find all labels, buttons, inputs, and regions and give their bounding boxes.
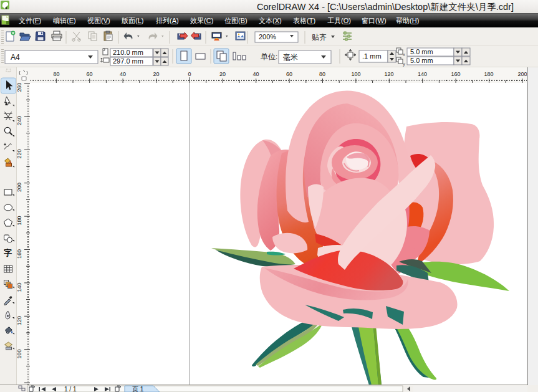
svg-text:200%: 200%	[259, 33, 276, 41]
svg-text:页 1: 页 1	[132, 386, 144, 392]
svg-text:260: 260	[17, 83, 22, 92]
svg-text:60: 60	[86, 71, 92, 77]
svg-text:120: 120	[384, 71, 393, 77]
svg-text:0: 0	[188, 71, 191, 77]
svg-text:60: 60	[286, 71, 292, 77]
svg-text:20: 20	[153, 71, 159, 77]
svg-text:80: 80	[53, 71, 59, 77]
svg-text:贴齐: 贴齐	[312, 33, 327, 42]
svg-text:40: 40	[252, 71, 259, 77]
svg-text:200: 200	[17, 183, 22, 192]
svg-text:220: 220	[17, 149, 22, 158]
svg-text:100: 100	[351, 71, 360, 77]
svg-text:120: 120	[17, 316, 22, 325]
svg-text:180: 180	[484, 71, 493, 77]
svg-text:单位:: 单位:	[261, 52, 277, 61]
svg-text:140: 140	[418, 71, 427, 77]
svg-text:5.0 mm: 5.0 mm	[410, 57, 433, 64]
svg-text:1 / 1: 1 / 1	[64, 386, 77, 392]
svg-text:y: y	[403, 61, 405, 67]
svg-text:字: 字	[4, 248, 12, 257]
svg-text:x: x	[403, 52, 405, 57]
svg-text:210.0 mm: 210.0 mm	[113, 49, 143, 56]
svg-text:80: 80	[319, 71, 325, 77]
svg-text:160: 160	[17, 249, 22, 259]
svg-text:297.0 mm: 297.0 mm	[113, 57, 143, 65]
svg-text:20: 20	[219, 71, 226, 77]
svg-text:毫米: 毫米	[283, 53, 298, 62]
svg-text:200: 200	[517, 71, 527, 77]
svg-text:160: 160	[451, 71, 460, 77]
svg-text:240: 240	[17, 116, 22, 125]
svg-text:140: 140	[17, 282, 22, 292]
svg-text:5.0 mm: 5.0 mm	[410, 48, 433, 55]
svg-text:100: 100	[17, 349, 22, 358]
svg-text:180: 180	[17, 216, 22, 225]
svg-text:A4: A4	[11, 53, 20, 62]
svg-text:.1 mm: .1 mm	[362, 52, 382, 60]
svg-text:40: 40	[120, 71, 126, 77]
